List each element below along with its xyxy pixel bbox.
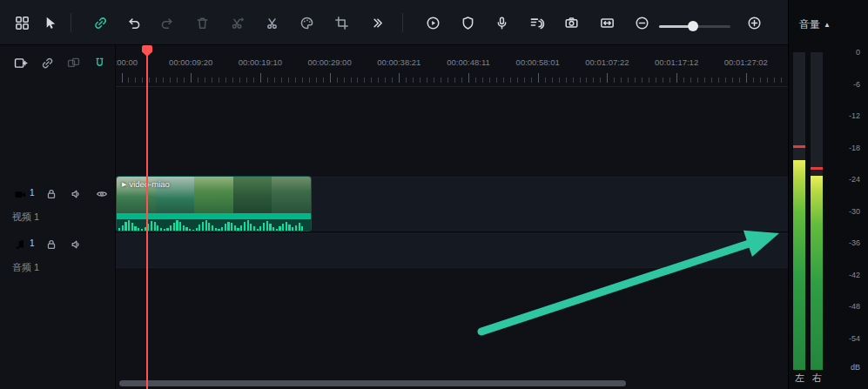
waveform-bar — [196, 228, 198, 231]
link-button[interactable] — [86, 9, 114, 37]
ruler-tick — [316, 77, 317, 83]
ruler-tick — [746, 73, 747, 83]
clip-thumbnail — [194, 177, 233, 213]
voiceover-button[interactable] — [488, 9, 515, 37]
ruler-tick — [434, 77, 434, 83]
delete-button[interactable] — [188, 9, 216, 37]
color-button[interactable] — [293, 9, 320, 37]
smart-cut-button[interactable] — [223, 9, 251, 37]
crop-button[interactable] — [327, 9, 355, 37]
db-tick-label: -6 — [853, 80, 860, 89]
ruler-label: 00:00:38:21 — [377, 57, 421, 67]
ruler-tick — [704, 77, 705, 83]
ruler-tick — [267, 77, 268, 83]
ruler-tick — [697, 77, 698, 83]
ruler-tick — [781, 77, 782, 83]
undo-button[interactable] — [119, 9, 147, 37]
replace-clip-button[interactable] — [62, 51, 84, 74]
waveform-bar — [288, 225, 290, 231]
mute-track-button[interactable] — [68, 236, 85, 253]
ruler-tick — [225, 77, 226, 83]
add-to-track-button[interactable] — [9, 51, 31, 74]
lock-track-button[interactable] — [43, 185, 60, 203]
ruler-tick — [739, 77, 740, 83]
clip-title-text: video-miao — [129, 179, 169, 189]
ruler-tick — [156, 77, 157, 83]
microphone-icon — [494, 15, 510, 31]
meter-fill-right — [811, 176, 823, 370]
fit-timeline-button[interactable] — [593, 9, 621, 37]
link-clips-button[interactable] — [36, 51, 58, 74]
db-tick-label: -54 — [849, 334, 860, 343]
snapshot-button[interactable] — [557, 9, 585, 37]
audio-track-lane — [116, 233, 788, 268]
ruler-tick — [281, 77, 282, 83]
zoom-slider-handle[interactable] — [688, 21, 698, 31]
ruler-tick — [489, 77, 490, 83]
playhead[interactable] — [146, 45, 148, 389]
ruler-tick — [635, 77, 636, 83]
ruler-tick — [191, 73, 192, 83]
text-read-icon — [528, 15, 545, 31]
waveform-bar — [208, 223, 210, 231]
zoom-out-icon — [634, 15, 650, 31]
split-button[interactable] — [258, 9, 286, 37]
clip-thumbnail — [233, 177, 273, 213]
waveform-bar — [128, 220, 130, 231]
render-play-icon — [425, 15, 441, 31]
text-to-speech-button[interactable] — [522, 9, 550, 37]
mute-track-button[interactable] — [68, 185, 85, 203]
volume-panel-title: 音量 — [799, 17, 820, 32]
timeline-ruler[interactable]: 00:00:0000:00:09:2000:00:19:1000:00:29:0… — [116, 45, 788, 87]
ruler-tick — [683, 77, 684, 83]
auto-snap-button[interactable] — [88, 51, 111, 74]
ruler-tick — [573, 77, 574, 83]
redo-icon — [159, 15, 176, 31]
ruler-tick — [385, 77, 386, 83]
ruler-tick — [212, 77, 212, 83]
waveform-bar — [215, 228, 217, 231]
select-tool-button[interactable] — [36, 9, 64, 37]
ruler-tick — [184, 77, 185, 83]
waveform-bar — [301, 226, 303, 231]
waveform-bar — [192, 230, 194, 231]
db-tick-label: -12 — [849, 111, 860, 120]
more-tools-button[interactable] — [362, 9, 390, 37]
ruler-tick — [351, 77, 352, 83]
ruler-tick — [413, 77, 414, 83]
ruler-tick — [725, 77, 726, 83]
waveform-bar — [154, 222, 156, 231]
horizontal-scrollbar[interactable] — [119, 380, 626, 386]
waveform-bar — [173, 223, 175, 231]
ruler-label: 00:01:27:02 — [724, 57, 768, 67]
ruler-tick — [586, 77, 587, 83]
waveform-bar — [273, 227, 274, 231]
render-preview-button[interactable] — [419, 9, 447, 37]
track-header-video: 1 视频 1 — [0, 185, 116, 227]
zoom-out-button[interactable] — [628, 9, 656, 37]
waveform-bar — [170, 225, 172, 231]
redo-button[interactable] — [153, 9, 181, 37]
ruler-tick — [198, 77, 198, 83]
video-track-label: 视频 1 — [12, 211, 39, 224]
ruler-tick — [406, 77, 407, 83]
db-tick-label: -36 — [849, 238, 860, 247]
waveform-bar — [279, 226, 280, 231]
video-track-icon — [11, 185, 29, 203]
crop-icon — [333, 15, 350, 31]
hide-track-button[interactable] — [93, 185, 111, 203]
waveform-bar — [292, 227, 293, 231]
ruler-tick — [461, 77, 462, 83]
lock-track-button[interactable] — [43, 236, 60, 253]
waveform-bar — [237, 228, 239, 231]
volume-panel-toggle[interactable]: 音量 ▲ — [799, 17, 831, 32]
ruler-tick — [454, 77, 455, 83]
layout-grid-button[interactable] — [8, 9, 36, 37]
ruler-label: 00:00:58:01 — [516, 57, 560, 67]
ruler-tick — [607, 73, 608, 83]
mark-button[interactable] — [454, 9, 481, 37]
waveform-bar — [202, 222, 204, 231]
waveform-bar — [157, 225, 158, 231]
timeline-area: 00:00:0000:00:09:2000:00:19:1000:00:29:0… — [116, 45, 788, 389]
zoom-in-button[interactable] — [740, 9, 768, 37]
